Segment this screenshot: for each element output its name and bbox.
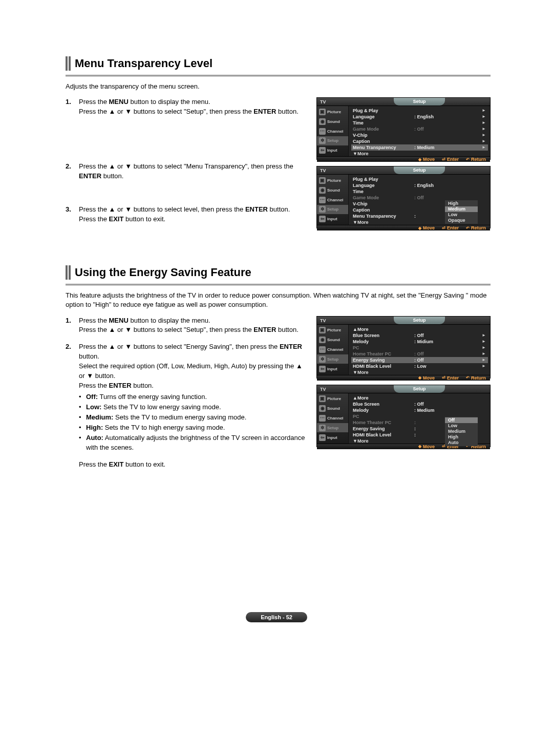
- osd-side-item: ◉Sound: [317, 335, 348, 345]
- updown-icon: ◆: [418, 444, 421, 449]
- page-number-pill: English - 52: [246, 612, 307, 622]
- title-underline: [66, 284, 491, 286]
- step-number: 2.: [66, 342, 79, 469]
- osd-tv-label: TV: [317, 385, 349, 393]
- osd-more: ▼More: [353, 370, 488, 375]
- mode-item: Medium: Sets the TV to medium energy sav…: [79, 413, 309, 423]
- osd-row: ▲More: [353, 395, 488, 401]
- osd-side-item: ⋯Channel: [317, 414, 348, 423]
- mode-item: High: Sets the TV to high energy saving …: [79, 423, 309, 433]
- osd-screenshot-2: TVSetup▣Picture◉Sound⋯Channel✲Setup⇦Inpu…: [316, 166, 491, 228]
- step-text: Press the ▲ or ▼ buttons to select "Ener…: [79, 342, 309, 469]
- osd-row: V-Chip►: [353, 132, 488, 138]
- osd-sidebar: ▣Picture◉Sound⋯Channel✲Setup⇦Input: [317, 175, 349, 225]
- osd-side-item: ◉Sound: [317, 185, 348, 195]
- step-number: 1.: [66, 316, 79, 335]
- osd-row: Game Mode: Off►: [353, 126, 488, 132]
- osd-side-item: ◉Sound: [317, 117, 348, 126]
- chevron-right-icon: ►: [482, 138, 486, 144]
- osd-side-item: ✲Setup: [317, 205, 348, 214]
- osd-side-icon: ⋯: [319, 197, 326, 203]
- return-icon: ↶: [466, 226, 470, 230]
- osd-side-icon: ⋯: [319, 128, 326, 135]
- steps-list: 1.Press the MENU button to display the m…: [66, 316, 309, 470]
- osd-side-item: ⋯Channel: [317, 345, 348, 354]
- section-description: This feature adjusts the brightness of t…: [66, 291, 491, 309]
- osd-dropdown: OffLowMediumHighAuto: [445, 417, 478, 446]
- modes-list: Off: Turns off the energy saving functio…: [79, 392, 309, 452]
- osd-side-item: ▣Picture: [317, 108, 348, 117]
- title-bars-icon: [66, 56, 71, 71]
- osd-main: ▲MoreBlue Screen: OffMelody: MediumPCHom…: [349, 393, 490, 444]
- mode-item: Off: Turns off the energy saving functio…: [79, 392, 309, 402]
- osd-option: Medium: [445, 206, 478, 212]
- osd-row: PC►: [353, 345, 488, 351]
- osd-main: Plug & PlayLanguage: EnglishTimeGame Mod…: [349, 175, 490, 225]
- osd-side-item: ◉Sound: [317, 404, 348, 413]
- osd-side-icon: ◉: [319, 405, 326, 412]
- osd-row: Home Theater PC: Off►: [353, 351, 488, 357]
- osd-tab: Setup: [394, 385, 445, 393]
- step-text: Press the MENU button to display the men…: [79, 316, 309, 335]
- osd-dropdown: HighMediumLowOpaque: [445, 200, 478, 224]
- updown-icon: ◆: [418, 226, 421, 230]
- osd-tv-label: TV: [317, 98, 349, 106]
- osd-row: Melody: Midium►: [353, 339, 488, 345]
- updown-icon: ◆: [418, 375, 421, 380]
- enter-icon: ⏎: [442, 375, 445, 380]
- chevron-right-icon: ►: [482, 351, 486, 357]
- section-title-energy: Using the Energy Saving Feature: [66, 265, 491, 280]
- osd-side-icon: ▣: [319, 109, 326, 115]
- osd-side-icon: ▣: [319, 395, 326, 402]
- osd-row: Time►: [353, 120, 488, 126]
- osd-footer: ◆Move⏎Enter↶Return: [317, 156, 490, 162]
- chevron-right-icon: ►: [482, 339, 486, 345]
- osd-side-icon: ◉: [319, 118, 326, 125]
- osd-option: High: [445, 434, 478, 440]
- osd-row: Plug & Play: [353, 176, 488, 182]
- osd-side-icon: ⋯: [319, 346, 326, 353]
- osd-row: Language: English►: [353, 114, 488, 120]
- heading: Menu Transparency Level: [75, 57, 212, 70]
- chevron-right-icon: ►: [482, 144, 486, 151]
- mode-item: Auto: Automatically adjusts the brightne…: [79, 433, 309, 453]
- osd-row: Energy Saving: Off►: [351, 357, 488, 363]
- osd-side-item: ⋯Channel: [317, 127, 348, 136]
- osd-side-icon: ✲: [319, 356, 326, 363]
- updown-icon: ◆: [418, 157, 421, 162]
- mode-item: Low: Sets the TV to low energy saving mo…: [79, 403, 309, 412]
- osd-side-item: ✲Setup: [317, 423, 348, 432]
- osd-side-item: ▣Picture: [317, 326, 348, 335]
- osd-side-item: ▣Picture: [317, 176, 348, 185]
- osd-option: Off: [445, 417, 478, 423]
- enter-icon: ⏎: [442, 157, 445, 162]
- osd-side-icon: ⋯: [319, 415, 326, 422]
- osd-side-icon: ◉: [319, 337, 326, 343]
- step-number: 1.: [66, 97, 79, 155]
- osd-side-item: ⇦Input: [317, 215, 348, 224]
- chevron-right-icon: ►: [482, 132, 486, 138]
- chevron-right-icon: ►: [482, 345, 486, 351]
- heading: Using the Energy Saving Feature: [75, 266, 251, 279]
- osd-row: Blue Screen: Off►: [353, 332, 488, 339]
- title-bars-icon: [66, 265, 71, 280]
- osd-option: Auto: [445, 440, 478, 446]
- title-underline: [66, 75, 491, 77]
- osd-side-icon: ◉: [319, 187, 326, 194]
- osd-tab: Setup: [394, 317, 445, 324]
- chevron-right-icon: ►: [482, 114, 486, 120]
- section-description: Adjusts the transparency of the menu scr…: [66, 82, 491, 91]
- osd-row: Menu Transparency: Medium►: [351, 144, 488, 151]
- osd-screenshot-1: TVSetup▣Picture◉Sound⋯Channel✲Setup⇦Inpu…: [316, 97, 491, 160]
- osd-side-item: ✲Setup: [317, 136, 348, 145]
- osd-side-icon: ⇦: [319, 366, 326, 372]
- osd-row: Language: English: [353, 182, 488, 188]
- osd-footer: ◆Move⏎Enter↶Return: [317, 375, 490, 381]
- osd-option: Low: [445, 212, 478, 218]
- chevron-right-icon: ►: [482, 363, 486, 369]
- page-footer: English - 52: [0, 612, 553, 622]
- osd-side-item: ⇦Input: [317, 433, 348, 442]
- osd-main: Plug & Play►Language: English►Time►Game …: [349, 106, 490, 156]
- steps-list: 1.Press the MENU button to display the m…: [66, 97, 309, 224]
- osd-option: Low: [445, 423, 478, 429]
